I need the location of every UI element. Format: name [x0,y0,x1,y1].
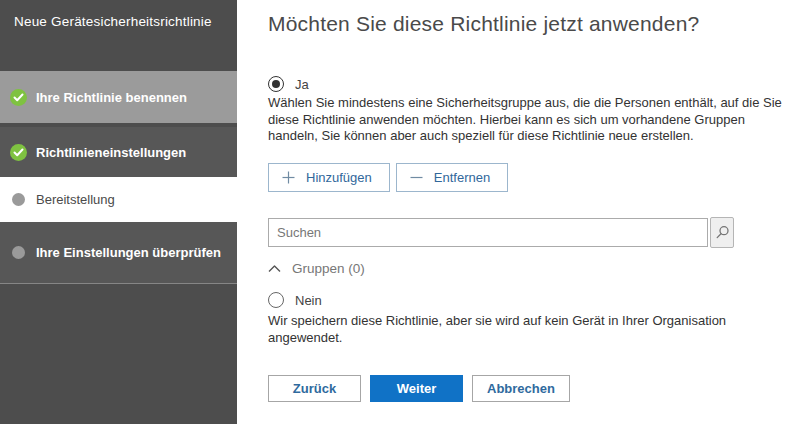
magnifier-icon [715,225,730,240]
plus-icon [282,171,295,184]
device-security-policy-wizard: Neue Gerätesicherheitsrichtlinie Ihre Ri… [0,0,800,424]
groups-header-label: Gruppen (0) [292,261,365,276]
wizard-title: Neue Gerätesicherheitsrichtlinie [0,0,237,29]
groups-collapse-toggle[interactable]: Gruppen (0) [268,261,365,276]
step-label: Bereitstellung [36,192,115,207]
next-button[interactable]: Weiter [370,375,463,402]
radio-nein-label[interactable]: Nein [295,293,322,308]
sidebar-step-deployment[interactable]: Bereitstellung [0,177,240,222]
sidebar-step-review-settings[interactable]: Ihre Einstellungen überprüfen [0,222,237,284]
check-icon [10,89,27,106]
minus-icon [410,171,423,184]
wizard-sidebar: Neue Gerätesicherheitsrichtlinie Ihre Ri… [0,0,237,424]
back-button[interactable]: Zurück [268,375,361,402]
search-input[interactable] [268,218,708,247]
page-title: Möchten Sie diese Richtlinie jetzt anwen… [268,12,699,36]
add-group-label: Hinzufügen [306,170,372,185]
step-label: Richtlinieneinstellungen [36,145,186,160]
wizard-footer-buttons: Zurück Weiter Abbrechen [268,375,570,402]
radio-ja-label[interactable]: Ja [295,77,309,92]
sidebar-step-name-policy[interactable]: Ihre Richtlinie benennen [0,71,237,123]
remove-group-label: Entfernen [434,170,490,185]
group-search [268,218,734,248]
nein-option-description: Wir speichern diese Richtlinie, aber sie… [268,313,788,346]
remove-group-button[interactable]: Entfernen [396,163,508,192]
radio-option-nein[interactable]: Nein [268,292,322,308]
radio-unchecked-icon[interactable] [268,292,284,308]
dot-icon [12,246,25,259]
step-label: Ihre Einstellungen überprüfen [36,245,221,260]
check-icon [10,144,27,161]
add-group-button[interactable]: Hinzufügen [268,163,390,192]
chevron-up-icon [268,265,281,273]
ja-option-description: Wählen Sie mindestens eine Sicherheitsgr… [268,95,788,145]
cancel-button[interactable]: Abbrechen [472,375,570,402]
sidebar-step-policy-settings[interactable]: Richtlinieneinstellungen [0,127,237,177]
search-button[interactable] [710,217,734,248]
group-actions: Hinzufügen Entfernen [268,163,508,192]
step-label: Ihre Richtlinie benennen [36,90,187,105]
radio-option-ja[interactable]: Ja [268,76,309,92]
dot-icon [12,193,25,206]
radio-checked-icon[interactable] [268,76,284,92]
wizard-content: Möchten Sie diese Richtlinie jetzt anwen… [237,0,800,424]
